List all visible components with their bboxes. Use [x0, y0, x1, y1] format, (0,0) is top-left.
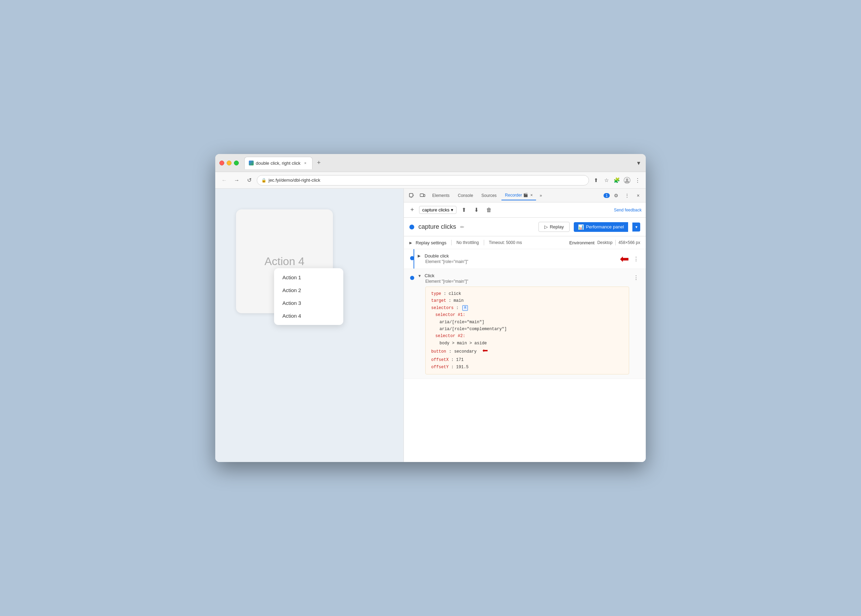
step2-more-button[interactable]: ⋮	[632, 275, 640, 281]
sources-tab-label: Sources	[481, 193, 496, 198]
step1-content: ▶ Double click Element "[role="main"]"	[418, 253, 617, 264]
reload-button[interactable]: ↺	[244, 176, 254, 185]
step2-content: ▼ Click Element "[role="main"]" type : c…	[418, 273, 629, 374]
more-tabs-button[interactable]: »	[537, 192, 544, 200]
timeout-text: Timeout: 5000 ms	[489, 240, 522, 245]
back-button[interactable]: ←	[219, 176, 229, 185]
device-toolbar-button[interactable]	[418, 191, 427, 200]
recording-header: capture clicks ✏ ▷ Replay 📊 Performance …	[404, 218, 646, 236]
export-button[interactable]: ⬆	[459, 205, 469, 215]
devtools-panel: Elements Console Sources Recorder 🎬 × » …	[404, 189, 646, 462]
window-menu-button[interactable]: ▾	[636, 158, 642, 168]
replay-settings-right: Environment Desktop 458×566 px	[569, 240, 640, 245]
settings-button[interactable]: ⚙	[611, 191, 621, 200]
step2-subtitle: Element "[role="main"]"	[425, 279, 629, 284]
performance-panel-button[interactable]: 📊 Performance panel	[574, 222, 628, 232]
steps-timeline: ▶ Double click Element "[role="main"]" ⬅…	[404, 249, 646, 379]
recording-title: capture clicks	[418, 223, 456, 231]
recording-selector[interactable]: capture clicks ▾	[419, 206, 456, 214]
tab-close-button[interactable]: ×	[302, 160, 308, 166]
recording-status-dot	[409, 225, 414, 229]
new-tab-button[interactable]: +	[314, 158, 324, 168]
step2-dot	[410, 276, 414, 280]
code-type-val: click	[448, 291, 461, 296]
code-target-val: main	[454, 298, 464, 303]
devtools-more-button[interactable]: ⋮	[622, 191, 632, 200]
step-click: ▼ Click Element "[role="main"]" type : c…	[404, 269, 646, 379]
context-menu: Action 1 Action 2 Action 3 Action 4	[274, 268, 343, 325]
devtools-close-button[interactable]: ×	[633, 191, 643, 200]
add-recording-button[interactable]: +	[408, 206, 416, 214]
share-icon[interactable]: ⬆	[592, 176, 600, 184]
tab-console[interactable]: Console	[454, 191, 476, 200]
recorder-tab-icon: 🎬	[523, 193, 528, 197]
step1-title: Double click	[424, 253, 449, 259]
menu-item-action1[interactable]: Action 1	[274, 271, 343, 284]
minimize-window-button[interactable]	[227, 160, 231, 165]
code-target-line: target : main	[431, 297, 623, 304]
step2-title: Click	[424, 273, 434, 278]
inspect-element-button[interactable]	[407, 191, 416, 200]
code-aria2-val: aria/[role="complementary"]	[440, 327, 507, 332]
extension-icon[interactable]: 🧩	[613, 176, 621, 184]
step1-subtitle: Element "[role="main"]"	[425, 259, 617, 264]
env-divider	[615, 240, 616, 245]
replay-settings-label[interactable]: Replay settings	[416, 240, 446, 245]
code-aria1-line: aria/[role="main"]	[431, 319, 623, 326]
step2-actions: ⋮	[632, 273, 640, 281]
maximize-window-button[interactable]	[234, 160, 239, 165]
account-icon[interactable]	[623, 176, 631, 184]
edit-title-icon[interactable]: ✏	[460, 224, 464, 230]
url-text: jec.fyi/demo/dbl-right-click	[269, 178, 321, 183]
performance-panel-dropdown[interactable]: ▾	[632, 223, 640, 231]
code-offsety-colon: :	[451, 365, 456, 369]
play-icon: ▷	[544, 224, 548, 229]
step1-header[interactable]: ▶ Double click	[418, 253, 617, 259]
step2-code-block: type : click target : main	[425, 286, 629, 374]
menu-item-action3[interactable]: Action 3	[274, 297, 343, 310]
environment-label: Environment	[569, 240, 594, 245]
code-selectors-line: selectors : R	[431, 305, 623, 311]
code-target-colon: :	[448, 298, 453, 303]
code-selector2-line: selector #2:	[431, 333, 623, 339]
code-offsetx-val: 171	[456, 357, 464, 362]
elements-tab-label: Elements	[432, 193, 449, 198]
recorder-tab-close[interactable]: ×	[530, 193, 533, 198]
steps-area[interactable]: ▶ Double click Element "[role="main"]" ⬅…	[404, 249, 646, 462]
replay-settings-bar: ▶ Replay settings No throttling Timeout:…	[404, 236, 646, 249]
tab-title: double click, right click	[256, 160, 300, 166]
delete-recording-button[interactable]: 🗑	[484, 205, 494, 215]
step-double-click: ▶ Double click Element "[role="main"]" ⬅…	[404, 249, 646, 269]
replay-settings-left: ▶ Replay settings No throttling Timeout:…	[409, 240, 522, 245]
code-offsetx-colon: :	[451, 357, 456, 362]
code-button-key: button	[431, 348, 446, 355]
bookmark-icon[interactable]: ☆	[602, 176, 610, 184]
menu-item-action4[interactable]: Action 4	[274, 310, 343, 322]
replay-button[interactable]: ▷ Replay	[539, 222, 570, 232]
menu-item-action2[interactable]: Action 2	[274, 284, 343, 297]
import-button[interactable]: ⬇	[472, 205, 481, 215]
tab-elements[interactable]: Elements	[429, 191, 453, 200]
desktop-text: Desktop	[597, 240, 613, 245]
step1-toggle-icon: ▶	[418, 254, 422, 258]
no-throttling-text: No throttling	[456, 240, 479, 245]
devtools-toolbar: + capture clicks ▾ ⬆ ⬇ 🗑 Send feedback	[404, 203, 646, 218]
code-aria1-val: aria/[role="main"]	[440, 320, 484, 325]
perf-icon: 📊	[578, 224, 584, 230]
send-feedback-link[interactable]: Send feedback	[614, 207, 642, 212]
step1-actions: ⬅ ⋮	[620, 253, 640, 264]
step1-more-button[interactable]: ⋮	[632, 256, 640, 262]
code-selectors-colon: :	[456, 306, 461, 310]
address-input[interactable]: 🔒 jec.fyi/demo/dbl-right-click	[257, 175, 589, 185]
code-button-line: button : secondary ⬅	[431, 347, 623, 357]
code-offsety-key: offsetY	[431, 365, 448, 369]
svg-point-1	[626, 178, 628, 181]
close-window-button[interactable]	[219, 160, 224, 165]
code-selector1-line: selector #1:	[431, 311, 623, 318]
browser-menu-button[interactable]: ⋮	[633, 176, 642, 184]
step2-header[interactable]: ▼ Click	[418, 273, 629, 278]
tab-sources[interactable]: Sources	[478, 191, 500, 200]
forward-button[interactable]: →	[232, 176, 242, 185]
active-tab[interactable]: double click, right click ×	[244, 157, 313, 169]
tab-recorder[interactable]: Recorder 🎬 ×	[501, 191, 536, 200]
